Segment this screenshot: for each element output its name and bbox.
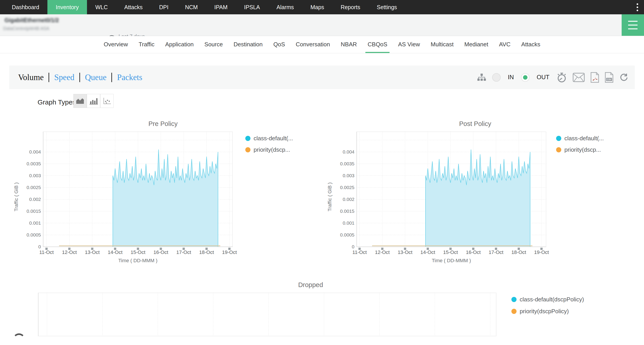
- tab-traffic[interactable]: Traffic: [133, 36, 160, 53]
- legend-dot: [512, 309, 516, 314]
- tab-cbqos[interactable]: CBQoS: [362, 36, 393, 53]
- tab-qos[interactable]: QoS: [268, 36, 290, 53]
- x-tick-label: 17-Oct: [488, 249, 503, 255]
- metric-link-speed[interactable]: Speed: [54, 73, 75, 82]
- x-tick-marker: [114, 248, 116, 250]
- pdf-icon[interactable]: [590, 72, 599, 83]
- nav-item-dpi[interactable]: DPI: [151, 0, 177, 14]
- nav-item-attacks[interactable]: Attacks: [116, 0, 151, 14]
- hierarchy-icon[interactable]: [477, 73, 486, 82]
- metric-separator: [48, 73, 49, 82]
- legend-item-pre-policy-priority[interactable]: priority(dscp...: [245, 146, 290, 153]
- x-tick-marker: [472, 248, 474, 250]
- nav-item-ipsla[interactable]: IPSLA: [236, 0, 268, 14]
- x-tick-label: 18-Oct: [199, 249, 214, 255]
- x-tick-marker: [495, 248, 497, 250]
- x-tick-marker: [137, 248, 139, 250]
- x-tick-label: 13-Oct: [85, 249, 100, 255]
- svg-text:CSV: CSV: [607, 78, 612, 81]
- x-tick-marker: [518, 248, 520, 250]
- x-tick-marker: [358, 248, 361, 250]
- y-tick-label: 0.001: [342, 220, 354, 225]
- tab-conversation[interactable]: Conversation: [290, 36, 336, 53]
- legend-label: class-default(...: [564, 135, 604, 142]
- y-axis-title: Traffic ( GiB ): [327, 182, 332, 211]
- tab-nbar[interactable]: NBAR: [336, 36, 362, 53]
- x-tick-marker: [46, 248, 48, 250]
- y-tick-label: 0.004: [342, 149, 354, 154]
- legend-item-post-policy-priority[interactable]: priority(dscp...: [556, 146, 601, 153]
- toolbar-actions: IN OUT: [477, 66, 628, 89]
- direction-out-radio[interactable]: [521, 73, 530, 82]
- x-tick-marker: [160, 248, 162, 250]
- y-axis-title: Traffic ( GiB ): [14, 182, 19, 211]
- chart-dropped: [38, 293, 496, 336]
- tab-source[interactable]: Source: [199, 36, 228, 53]
- tab-attacks[interactable]: Attacks: [516, 36, 546, 53]
- x-tick-label: 15-Oct: [130, 249, 145, 255]
- legend-label: priority(dscp...: [564, 146, 601, 153]
- tab-destination[interactable]: Destination: [228, 36, 268, 53]
- x-tick-label: 14-Oct: [420, 249, 435, 255]
- nav-item-ipam[interactable]: IPAM: [206, 0, 236, 14]
- email-icon[interactable]: [573, 73, 585, 82]
- metric-link-queue[interactable]: Queue: [84, 73, 107, 82]
- x-tick-marker: [381, 248, 384, 250]
- nav-item-settings[interactable]: Settings: [368, 0, 405, 14]
- legend-item-post-policy-class-default[interactable]: class-default(...: [556, 135, 604, 142]
- nav-item-dashboard[interactable]: Dashboard: [4, 0, 48, 14]
- tab-medianet[interactable]: Medianet: [459, 36, 494, 53]
- top-nav: DashboardInventoryWLCAttacksDPINCMIPAMIP…: [0, 0, 644, 14]
- legend-item-dropped-priority[interactable]: priority(dscpPolicy): [512, 308, 569, 315]
- x-tick-label: 13-Oct: [398, 249, 412, 255]
- loading-spinner: [13, 333, 25, 345]
- graph-type-bar-button[interactable]: [87, 94, 100, 108]
- series-line-class-default: [426, 149, 530, 247]
- y-tick-label: 0: [38, 244, 41, 249]
- legend-item-pre-policy-class-default[interactable]: class-default(...: [245, 135, 293, 142]
- graph-type-scatter-button[interactable]: [100, 94, 114, 108]
- nav-item-wlc[interactable]: WLC: [87, 0, 116, 14]
- overflow-menu-icon[interactable]: [636, 0, 638, 14]
- x-tick-label: 18-Oct: [512, 249, 526, 255]
- interface-subtitle: DataCentre|pW4B ASA: [3, 26, 49, 31]
- hamburger-menu-button[interactable]: [622, 14, 644, 36]
- legend-dot: [556, 147, 561, 152]
- tab-overview[interactable]: Overview: [98, 36, 133, 53]
- timer-icon[interactable]: [556, 72, 567, 83]
- series-line-class-default: [113, 149, 218, 247]
- chart-title-dropped: Dropped: [298, 281, 323, 289]
- x-tick-label: 16-Oct: [466, 249, 480, 255]
- nav-item-inventory[interactable]: Inventory: [48, 0, 87, 14]
- x-tick-label: 11-Oct: [352, 249, 367, 255]
- chart-pre-policy: 11-Oct12-Oct13-Oct14-Oct15-Oct16-Oct17-O…: [14, 132, 237, 263]
- legend-item-dropped-class-default[interactable]: class-default(dscpPolicy): [512, 296, 584, 303]
- legend-dot: [245, 136, 250, 141]
- tab-as-view[interactable]: AS View: [393, 36, 425, 53]
- tab-avc[interactable]: AVC: [494, 36, 516, 53]
- x-tick-label: 12-Oct: [62, 249, 77, 255]
- x-tick-marker: [228, 248, 230, 250]
- legend-label: class-default(dscpPolicy): [520, 296, 584, 303]
- y-tick-label: 0.0005: [340, 232, 354, 237]
- tab-multicast[interactable]: Multicast: [425, 36, 459, 53]
- nav-item-alarms[interactable]: Alarms: [268, 0, 302, 14]
- metric-link-volume[interactable]: Volume: [18, 73, 44, 82]
- metric-link-packets[interactable]: Packets: [116, 73, 143, 82]
- graph-types-label: Graph Types: [38, 98, 76, 106]
- csv-icon[interactable]: CSV: [605, 72, 613, 83]
- graph-type-area-button[interactable]: [73, 94, 87, 108]
- tab-application[interactable]: Application: [160, 36, 199, 53]
- plot-border: [357, 132, 546, 247]
- nav-item-maps[interactable]: Maps: [302, 0, 332, 14]
- x-tick-marker: [540, 248, 543, 250]
- nav-item-reports[interactable]: Reports: [332, 0, 368, 14]
- nav-item-ncm[interactable]: NCM: [177, 0, 206, 14]
- refresh-icon[interactable]: [619, 73, 628, 82]
- y-tick-label: 0.003: [29, 173, 41, 178]
- direction-in-radio[interactable]: [492, 73, 501, 82]
- y-tick-label: 0.001: [29, 220, 41, 225]
- plot-border: [38, 293, 496, 336]
- y-tick-label: 0.0015: [340, 208, 354, 214]
- x-tick-marker: [91, 248, 94, 250]
